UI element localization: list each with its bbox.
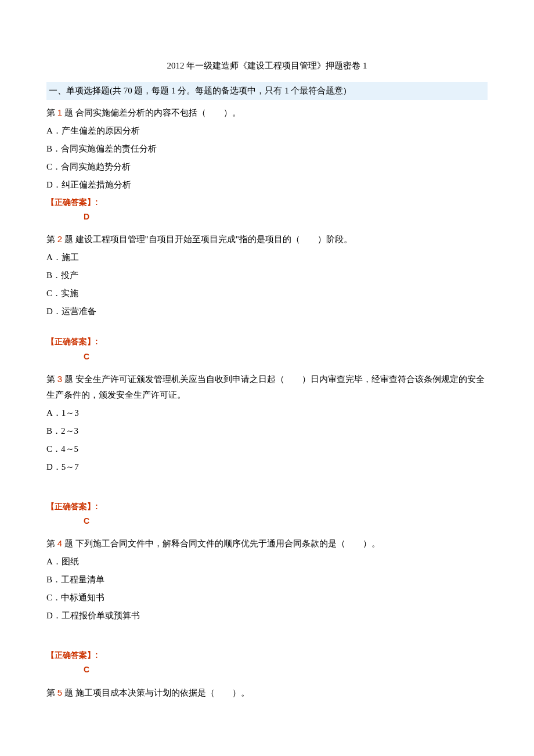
questions-container: 第 1 题 合同实施偏差分析的内容不包括（ ）。A．产生偏差的原因分析B．合同实…: [46, 105, 488, 701]
answer-label: 【正确答案】:: [46, 334, 488, 349]
question-line: 第 5 题 施工项目成本决策与计划的依据是（ ）。: [46, 685, 488, 701]
question-prefix: 第: [46, 375, 57, 384]
option: A．产生偏差的原因分析: [46, 123, 488, 139]
question-suffix: 题: [62, 108, 73, 117]
option: D．运营准备: [46, 304, 488, 319]
question-number: 3: [57, 374, 62, 384]
question-text: 安全生产许可证颁发管理机关应当自收到申请之日起（ ）日内审查完毕，经审查符合该条…: [46, 375, 485, 399]
question-suffix: 题: [62, 235, 73, 244]
page-title: 2012 年一级建造师《建设工程项目管理》押题密卷 1: [46, 58, 488, 74]
option: A．1～3: [46, 405, 488, 421]
option: C．合同实施趋势分析: [46, 159, 488, 175]
question-text: 建设工程项目管理"自项目开始至项目完成"指的是项目的（ ）阶段。: [73, 235, 352, 244]
option: B．2～3: [46, 423, 488, 439]
question-line: 第 2 题 建设工程项目管理"自项目开始至项目完成"指的是项目的（ ）阶段。: [46, 231, 488, 247]
question-text: 下列施工合同文件中，解释合同文件的顺序优先于通用合同条款的是（ ）。: [73, 539, 380, 548]
question-prefix: 第: [46, 539, 57, 548]
option: D．纠正偏差措施分析: [46, 177, 488, 193]
answer-value: C: [84, 350, 488, 364]
question-number: 2: [57, 234, 62, 244]
question-line: 第 1 题 合同实施偏差分析的内容不包括（ ）。: [46, 105, 488, 121]
answer-label: 【正确答案】:: [46, 195, 488, 210]
question-suffix: 题: [62, 375, 73, 384]
option: B．工程量清单: [46, 572, 488, 588]
question-text: 施工项目成本决策与计划的依据是（ ）。: [73, 688, 250, 697]
question-prefix: 第: [46, 235, 57, 244]
answer-label: 【正确答案】:: [46, 499, 488, 514]
option: B．投产: [46, 268, 488, 283]
answer-value: C: [84, 663, 488, 677]
question-line: 第 3 题 安全生产许可证颁发管理机关应当自收到申请之日起（ ）日内审查完毕，经…: [46, 371, 488, 403]
question-text: 合同实施偏差分析的内容不包括（ ）。: [73, 108, 241, 117]
option: C．实施: [46, 286, 488, 301]
answer-value: C: [84, 514, 488, 528]
answer-value: D: [84, 210, 488, 224]
question-line: 第 4 题 下列施工合同文件中，解释合同文件的顺序优先于通用合同条款的是（ ）。: [46, 535, 488, 552]
section-header: 一、单项选择题(共 70 题，每题 1 分。每题的备选项中，只有 1 个最符合题…: [46, 82, 488, 100]
question-prefix: 第: [46, 108, 57, 117]
option: A．施工: [46, 250, 488, 265]
question-number: 4: [57, 538, 62, 548]
question-prefix: 第: [46, 688, 57, 697]
answer-label: 【正确答案】:: [46, 648, 488, 663]
option: C．4～5: [46, 441, 488, 457]
option: B．合同实施偏差的责任分析: [46, 141, 488, 157]
question-number: 1: [57, 107, 62, 117]
document-page: 2012 年一级建造师《建设工程项目管理》押题密卷 1 一、单项选择题(共 70…: [0, 0, 534, 756]
option: D．工程报价单或预算书: [46, 608, 488, 624]
question-number: 5: [57, 687, 62, 697]
option: D．5～7: [46, 459, 488, 475]
question-suffix: 题: [62, 688, 73, 697]
question-suffix: 题: [62, 539, 73, 548]
option: A．图纸: [46, 554, 488, 570]
option: C．中标通知书: [46, 590, 488, 606]
